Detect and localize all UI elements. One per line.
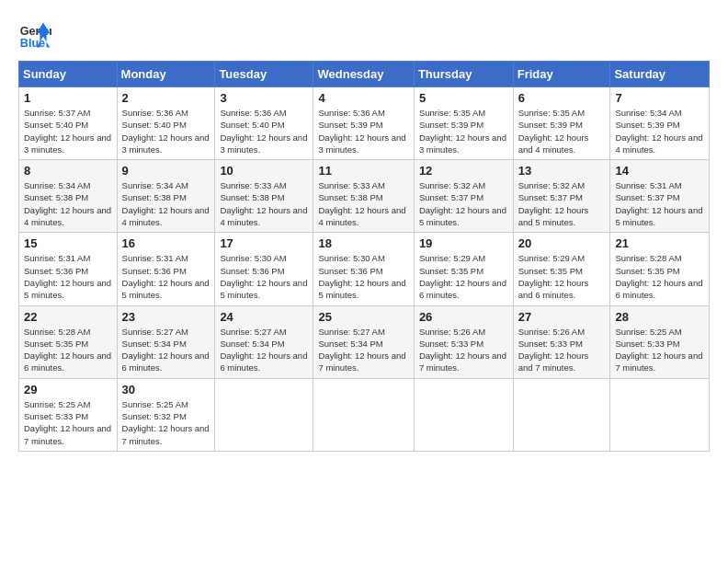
calendar-cell: 26 Sunrise: 5:26 AM Sunset: 5:33 PM Dayl… [414, 305, 513, 378]
calendar-cell: 11 Sunrise: 5:33 AM Sunset: 5:38 PM Dayl… [313, 160, 414, 233]
day-number: 26 [419, 310, 508, 324]
calendar-week-row: 22 Sunrise: 5:28 AM Sunset: 5:35 PM Dayl… [19, 305, 710, 378]
calendar-cell [215, 378, 313, 451]
day-info: Sunrise: 5:33 AM Sunset: 5:38 PM Dayligh… [318, 179, 408, 228]
day-info: Sunrise: 5:37 AM Sunset: 5:40 PM Dayligh… [24, 107, 112, 155]
calendar-week-row: 15 Sunrise: 5:31 AM Sunset: 5:36 PM Dayl… [19, 233, 710, 305]
day-number: 1 [24, 91, 112, 105]
day-number: 30 [122, 383, 210, 396]
day-info: Sunrise: 5:36 AM Sunset: 5:40 PM Dayligh… [220, 107, 308, 155]
calendar-cell: 16 Sunrise: 5:31 AM Sunset: 5:36 PM Dayl… [117, 233, 215, 305]
day-number: 17 [220, 236, 308, 250]
day-info: Sunrise: 5:34 AM Sunset: 5:38 PM Dayligh… [122, 179, 210, 228]
calendar-cell: 27 Sunrise: 5:26 AM Sunset: 5:33 PM Dayl… [513, 305, 610, 378]
calendar-cell: 15 Sunrise: 5:31 AM Sunset: 5:36 PM Dayl… [19, 233, 118, 305]
day-number: 18 [318, 236, 408, 250]
day-info: Sunrise: 5:35 AM Sunset: 5:39 PM Dayligh… [518, 107, 606, 155]
day-number: 28 [615, 310, 704, 324]
calendar-table: SundayMondayTuesdayWednesdayThursdayFrid… [18, 61, 710, 452]
day-info: Sunrise: 5:34 AM Sunset: 5:38 PM Dayligh… [24, 179, 112, 228]
weekday-header-row: SundayMondayTuesdayWednesdayThursdayFrid… [19, 62, 710, 87]
day-number: 23 [122, 310, 210, 324]
calendar-cell: 30 Sunrise: 5:25 AM Sunset: 5:32 PM Dayl… [117, 378, 215, 451]
day-info: Sunrise: 5:25 AM Sunset: 5:33 PM Dayligh… [24, 398, 112, 447]
calendar-cell: 7 Sunrise: 5:34 AM Sunset: 5:39 PM Dayli… [610, 87, 710, 160]
calendar-cell [513, 378, 610, 451]
page-header: General Blue [18, 18, 710, 52]
weekday-header-saturday: Saturday [610, 62, 710, 87]
day-info: Sunrise: 5:25 AM Sunset: 5:33 PM Dayligh… [615, 326, 704, 374]
calendar-cell: 14 Sunrise: 5:31 AM Sunset: 5:37 PM Dayl… [610, 160, 710, 233]
day-number: 20 [518, 236, 606, 250]
day-number: 5 [419, 91, 508, 105]
day-number: 7 [615, 91, 704, 105]
day-info: Sunrise: 5:31 AM Sunset: 5:37 PM Dayligh… [615, 179, 704, 228]
day-info: Sunrise: 5:27 AM Sunset: 5:34 PM Dayligh… [318, 326, 408, 374]
day-info: Sunrise: 5:28 AM Sunset: 5:35 PM Dayligh… [615, 252, 704, 301]
calendar-cell: 5 Sunrise: 5:35 AM Sunset: 5:39 PM Dayli… [414, 87, 513, 160]
calendar-cell: 6 Sunrise: 5:35 AM Sunset: 5:39 PM Dayli… [513, 87, 610, 160]
day-info: Sunrise: 5:27 AM Sunset: 5:34 PM Dayligh… [220, 326, 308, 374]
calendar-cell: 20 Sunrise: 5:29 AM Sunset: 5:35 PM Dayl… [513, 233, 610, 305]
day-info: Sunrise: 5:33 AM Sunset: 5:38 PM Dayligh… [220, 179, 308, 228]
day-info: Sunrise: 5:25 AM Sunset: 5:32 PM Dayligh… [122, 398, 210, 447]
day-number: 19 [419, 236, 508, 250]
day-number: 4 [318, 91, 408, 105]
weekday-header-thursday: Thursday [414, 62, 513, 87]
day-number: 15 [24, 236, 112, 250]
day-info: Sunrise: 5:36 AM Sunset: 5:40 PM Dayligh… [122, 107, 210, 155]
day-number: 22 [24, 310, 112, 324]
calendar-cell: 23 Sunrise: 5:27 AM Sunset: 5:34 PM Dayl… [117, 305, 215, 378]
day-number: 24 [220, 310, 308, 324]
calendar-cell: 22 Sunrise: 5:28 AM Sunset: 5:35 PM Dayl… [19, 305, 118, 378]
calendar-cell: 3 Sunrise: 5:36 AM Sunset: 5:40 PM Dayli… [215, 87, 313, 160]
day-info: Sunrise: 5:26 AM Sunset: 5:33 PM Dayligh… [518, 326, 606, 374]
day-number: 6 [518, 91, 606, 105]
calendar-cell: 18 Sunrise: 5:30 AM Sunset: 5:36 PM Dayl… [313, 233, 414, 305]
day-number: 25 [318, 310, 408, 324]
day-number: 11 [318, 164, 408, 178]
day-number: 2 [122, 91, 210, 105]
calendar-cell: 9 Sunrise: 5:34 AM Sunset: 5:38 PM Dayli… [117, 160, 215, 233]
calendar-cell: 21 Sunrise: 5:28 AM Sunset: 5:35 PM Dayl… [610, 233, 710, 305]
logo: General Blue [18, 18, 57, 52]
calendar-week-row: 1 Sunrise: 5:37 AM Sunset: 5:40 PM Dayli… [19, 87, 710, 160]
calendar-cell [610, 378, 710, 451]
day-number: 3 [220, 91, 308, 105]
calendar-cell: 8 Sunrise: 5:34 AM Sunset: 5:38 PM Dayli… [19, 160, 118, 233]
day-number: 9 [122, 164, 210, 178]
day-info: Sunrise: 5:26 AM Sunset: 5:33 PM Dayligh… [419, 326, 508, 374]
calendar-cell: 1 Sunrise: 5:37 AM Sunset: 5:40 PM Dayli… [19, 87, 118, 160]
calendar-cell [414, 378, 513, 451]
calendar-cell: 29 Sunrise: 5:25 AM Sunset: 5:33 PM Dayl… [19, 378, 118, 451]
weekday-header-tuesday: Tuesday [215, 62, 313, 87]
calendar-cell: 4 Sunrise: 5:36 AM Sunset: 5:39 PM Dayli… [313, 87, 414, 160]
day-number: 16 [122, 236, 210, 250]
day-number: 12 [419, 164, 508, 178]
day-info: Sunrise: 5:32 AM Sunset: 5:37 PM Dayligh… [518, 179, 606, 228]
weekday-header-monday: Monday [117, 62, 215, 87]
day-info: Sunrise: 5:31 AM Sunset: 5:36 PM Dayligh… [122, 252, 210, 301]
calendar-cell: 10 Sunrise: 5:33 AM Sunset: 5:38 PM Dayl… [215, 160, 313, 233]
day-info: Sunrise: 5:29 AM Sunset: 5:35 PM Dayligh… [518, 252, 606, 301]
weekday-header-wednesday: Wednesday [313, 62, 414, 87]
day-number: 21 [615, 236, 704, 250]
day-info: Sunrise: 5:32 AM Sunset: 5:37 PM Dayligh… [419, 179, 508, 228]
calendar-cell: 2 Sunrise: 5:36 AM Sunset: 5:40 PM Dayli… [117, 87, 215, 160]
calendar-week-row: 8 Sunrise: 5:34 AM Sunset: 5:38 PM Dayli… [19, 160, 710, 233]
weekday-header-sunday: Sunday [19, 62, 118, 87]
weekday-header-friday: Friday [513, 62, 610, 87]
day-info: Sunrise: 5:28 AM Sunset: 5:35 PM Dayligh… [24, 326, 112, 374]
calendar-cell: 28 Sunrise: 5:25 AM Sunset: 5:33 PM Dayl… [610, 305, 710, 378]
day-info: Sunrise: 5:34 AM Sunset: 5:39 PM Dayligh… [615, 107, 704, 155]
day-number: 13 [518, 164, 606, 178]
day-info: Sunrise: 5:30 AM Sunset: 5:36 PM Dayligh… [318, 252, 408, 301]
day-info: Sunrise: 5:36 AM Sunset: 5:39 PM Dayligh… [318, 107, 408, 155]
calendar-cell: 25 Sunrise: 5:27 AM Sunset: 5:34 PM Dayl… [313, 305, 414, 378]
logo-icon: General Blue [18, 18, 51, 52]
calendar-cell [313, 378, 414, 451]
day-info: Sunrise: 5:29 AM Sunset: 5:35 PM Dayligh… [419, 252, 508, 301]
day-number: 14 [615, 164, 704, 178]
day-info: Sunrise: 5:35 AM Sunset: 5:39 PM Dayligh… [419, 107, 508, 155]
calendar-cell: 24 Sunrise: 5:27 AM Sunset: 5:34 PM Dayl… [215, 305, 313, 378]
